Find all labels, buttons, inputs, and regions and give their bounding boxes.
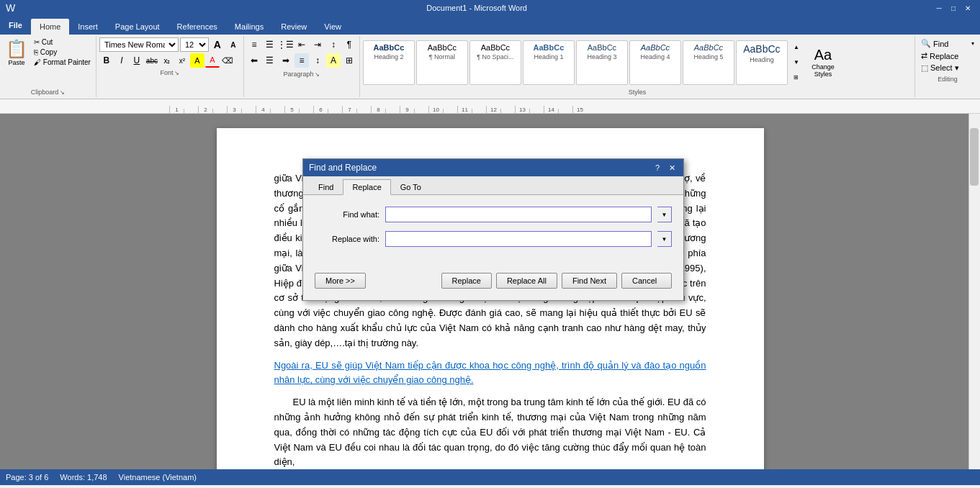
font-group: Times New Roman 12 A A B I U abc x₂ x² A… <box>96 36 244 97</box>
bullets-button[interactable]: ≡ <box>247 37 261 52</box>
styles-scroll-up[interactable]: ▲ <box>789 40 804 55</box>
tab-view[interactable]: View <box>315 19 350 35</box>
more-button[interactable]: More >> <box>315 273 366 289</box>
ribbon-tabs: File Home Insert Page Layout References … <box>0 16 980 35</box>
change-styles-button[interactable]: Aa Change Styles <box>805 45 841 79</box>
style-heading3[interactable]: AaBbCc Heading 3 <box>576 40 628 85</box>
find-button[interactable]: 🔍 Find ▾ <box>918 37 977 50</box>
style-heading5-name: Heading 5 <box>693 53 723 60</box>
font-expand-icon[interactable]: ↘ <box>174 70 179 76</box>
cut-button[interactable]: ✂ Cut <box>32 37 93 47</box>
maximize-button[interactable]: □ <box>947 1 960 14</box>
format-painter-button[interactable]: 🖌 Format Painter <box>32 58 93 67</box>
status-bar: Page: 3 of 6 Words: 1,748 Vietnamese (Vi… <box>0 469 980 485</box>
dialog-tab-goto[interactable]: Go To <box>391 179 431 194</box>
change-styles-icon: Aa <box>814 47 832 63</box>
select-button[interactable]: ⬚ Select ▾ <box>918 62 977 74</box>
decrease-indent-button[interactable]: ⇤ <box>295 37 309 52</box>
replace-with-input[interactable] <box>385 231 652 247</box>
replace-button-dialog[interactable]: Replace <box>441 273 492 289</box>
style-nospacing-preview: AaBbCc <box>481 42 510 53</box>
dialog-close-button[interactable]: ✕ <box>666 162 678 173</box>
find-what-label: Find what: <box>315 210 379 219</box>
align-center-button[interactable]: ☰ <box>263 53 277 68</box>
align-right-button[interactable]: ➡ <box>279 53 293 68</box>
find-what-input[interactable] <box>385 207 652 222</box>
style-heading5-preview: AaBbCc <box>694 42 723 53</box>
styles-more[interactable]: ⊞ <box>789 71 804 85</box>
dialog-help-button[interactable]: ? <box>652 162 663 173</box>
style-heading1-name: Heading 1 <box>534 53 563 60</box>
font-color-button[interactable]: A <box>205 53 220 68</box>
find-next-button[interactable]: Find Next <box>562 273 617 289</box>
paragraph-3: EU là một liên minh kinh tế và tiền tệ l… <box>274 395 706 469</box>
sort-button[interactable]: ↕ <box>326 37 341 52</box>
tab-review[interactable]: Review <box>272 19 315 35</box>
replace-button[interactable]: ⇄ Replace <box>918 50 977 62</box>
superscript-button[interactable]: x² <box>175 53 189 68</box>
font-shrink-button[interactable]: A <box>226 37 240 52</box>
style-nospacing[interactable]: AaBbCc ¶ No Spaci... <box>469 40 521 85</box>
style-nospacing-name: ¶ No Spaci... <box>477 53 513 60</box>
close-button[interactable]: ✕ <box>961 1 974 14</box>
dialog-tab-replace[interactable]: Replace <box>343 179 390 195</box>
shading-button[interactable]: A <box>326 53 341 68</box>
ruler: 1 2 3 4 5 6 7 8 9 10 11 12 13 14 15 <box>0 99 980 114</box>
tab-home[interactable]: Home <box>31 19 69 35</box>
clipboard-label: Clipboard ↘ <box>3 89 93 96</box>
minimize-button[interactable]: ─ <box>932 1 945 14</box>
title-bar-icon: W <box>6 2 15 14</box>
scrollbar[interactable] <box>968 114 980 469</box>
style-heading-preview: AaBbCc <box>743 42 780 57</box>
style-heading4[interactable]: AaBbCc Heading 4 <box>629 40 681 85</box>
tab-page-layout[interactable]: Page Layout <box>107 19 168 35</box>
underline-button[interactable]: U <box>130 53 144 68</box>
paragraph-expand-icon[interactable]: ↘ <box>315 71 320 78</box>
style-heading2[interactable]: AaBbCc Heading 2 <box>363 40 415 85</box>
find-what-dropdown[interactable]: ▼ <box>657 207 672 222</box>
replace-all-button[interactable]: Replace All <box>496 273 557 289</box>
tab-insert[interactable]: Insert <box>69 19 107 35</box>
increase-indent-button[interactable]: ⇥ <box>310 37 325 52</box>
style-normal[interactable]: AaBbCc ¶ Normal <box>416 40 468 85</box>
replace-with-row: Replace with: ▼ <box>315 231 672 247</box>
justify-button[interactable]: ≡ <box>295 53 309 68</box>
replace-with-dropdown[interactable]: ▼ <box>657 231 672 247</box>
show-marks-button[interactable]: ¶ <box>342 37 356 52</box>
dialog-tabs: Find Replace Go To <box>303 176 683 195</box>
font-size-select[interactable]: 12 <box>180 37 209 52</box>
tab-file[interactable]: File <box>0 16 31 35</box>
numbering-button[interactable]: ☰ <box>263 37 277 52</box>
replace-with-label: Replace with: <box>315 235 379 243</box>
style-heading-name: Heading <box>750 56 774 63</box>
paste-button[interactable]: 📋 Paste <box>3 37 30 68</box>
tab-mailings[interactable]: Mailings <box>226 19 272 35</box>
tab-references[interactable]: References <box>168 19 226 35</box>
style-heading1[interactable]: AaBbCc Heading 1 <box>523 40 575 85</box>
strikethrough-button[interactable]: abc <box>145 53 159 68</box>
find-icon: 🔍 <box>921 39 931 48</box>
paste-icon: 📋 <box>6 39 27 59</box>
find-what-row: Find what: ▼ <box>315 207 672 222</box>
clear-format-button[interactable]: ⌫ <box>220 53 235 68</box>
style-heading4-preview: AaBbCc <box>641 42 670 53</box>
font-grow-button[interactable]: A <box>210 37 225 52</box>
dialog-tab-find[interactable]: Find <box>309 179 343 194</box>
line-spacing-button[interactable]: ↕ <box>310 53 325 68</box>
bold-button[interactable]: B <box>99 53 114 68</box>
style-heading[interactable]: AaBbCc Heading <box>736 40 788 85</box>
italic-button[interactable]: I <box>114 53 129 68</box>
multilevel-list-button[interactable]: ⋮☰ <box>279 37 293 52</box>
title-bar-title: Document1 - Microsoft Word <box>21 4 932 12</box>
clipboard-expand-icon[interactable]: ↘ <box>60 89 65 96</box>
copy-button[interactable]: ⎘ Copy <box>32 48 93 57</box>
borders-button[interactable]: ⊞ <box>342 53 356 68</box>
styles-scroll-down[interactable]: ▼ <box>789 55 804 70</box>
font-name-select[interactable]: Times New Roman <box>99 37 179 52</box>
cancel-button-dialog[interactable]: Cancel <box>621 273 672 289</box>
align-left-button[interactable]: ⬅ <box>247 53 261 68</box>
styles-group: AaBbCc Heading 2 AaBbCc ¶ Normal AaBbCc … <box>360 36 915 97</box>
subscript-button[interactable]: x₂ <box>160 53 174 68</box>
style-heading5[interactable]: AaBbCc Heading 5 <box>683 40 734 85</box>
text-highlight-button[interactable]: A <box>190 53 204 68</box>
